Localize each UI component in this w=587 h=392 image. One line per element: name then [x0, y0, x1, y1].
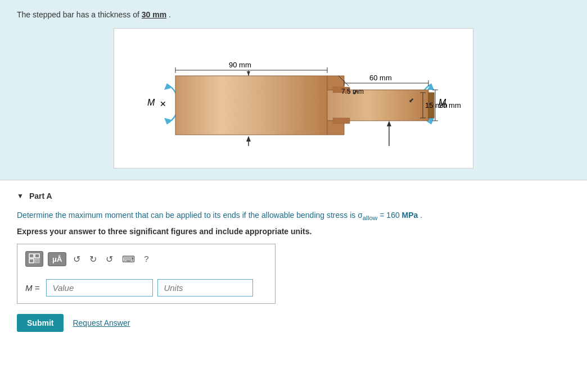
m-equals-label: M = — [25, 283, 39, 293]
refresh-icon: ↺ — [106, 254, 113, 264]
svg-text:⬋: ⬋ — [409, 97, 414, 103]
answer-instruction: Express your answer to three significant… — [17, 227, 570, 236]
part-header: ▼ Part A — [17, 192, 570, 200]
reset-button[interactable]: ↺ — [103, 253, 115, 266]
sigma-subscript: allow — [363, 214, 378, 221]
svg-rect-41 — [35, 254, 39, 258]
svg-rect-43 — [35, 259, 39, 263]
svg-rect-18 — [333, 118, 350, 124]
units-input[interactable] — [157, 279, 253, 297]
svg-rect-40 — [29, 254, 34, 258]
svg-rect-42 — [29, 259, 34, 263]
svg-text:⬋: ⬋ — [353, 89, 358, 95]
answer-box: μÅ ↺ ↻ ↺ ⌨ ? M = — [17, 244, 276, 304]
greek-symbols-button[interactable]: μÅ — [48, 252, 66, 266]
collapse-toggle[interactable]: ▼ — [17, 192, 24, 200]
redo-button[interactable]: ↻ — [87, 253, 99, 266]
part-a-section: ▼ Part A Determine the maximum moment th… — [0, 180, 587, 343]
undo-button[interactable]: ↺ — [71, 253, 83, 266]
problem-statement: The stepped bar has a thickness of 30 mm… — [17, 10, 171, 19]
help-button[interactable]: ? — [142, 253, 151, 265]
svg-text:M: M — [147, 98, 155, 107]
question-text: Determine the maximum moment that can be… — [17, 209, 570, 222]
submit-button[interactable]: Submit — [17, 314, 64, 332]
help-icon: ? — [144, 254, 148, 263]
value-input[interactable] — [46, 279, 153, 297]
thickness-value: 30 mm — [142, 10, 166, 19]
bottom-row: Submit Request Answer — [17, 314, 570, 332]
toolbar: μÅ ↺ ↻ ↺ ⌨ ? — [25, 251, 267, 271]
engineering-diagram: M ✕ M ✕ — [119, 34, 468, 163]
matrix-button[interactable] — [25, 251, 43, 267]
diagram-container: M ✕ M ✕ — [114, 28, 473, 168]
top-section: The stepped bar has a thickness of 30 mm… — [0, 0, 587, 180]
part-title: Part A — [29, 192, 52, 200]
keyboard-icon: ⌨ — [122, 254, 135, 264]
svg-rect-11 — [175, 76, 327, 135]
dim-15mm: 15 mm — [425, 101, 448, 110]
answer-row: M = — [25, 279, 267, 297]
keyboard-button[interactable]: ⌨ — [120, 253, 137, 266]
dim-60mm: 60 mm — [369, 74, 392, 82]
greek-icon: μÅ — [52, 255, 62, 263]
svg-text:✕: ✕ — [160, 99, 166, 108]
undo-icon: ↺ — [73, 254, 80, 264]
request-answer-button[interactable]: Request Answer — [73, 318, 130, 327]
dim-90mm: 90 mm — [229, 61, 251, 69]
redo-icon: ↻ — [89, 254, 97, 264]
